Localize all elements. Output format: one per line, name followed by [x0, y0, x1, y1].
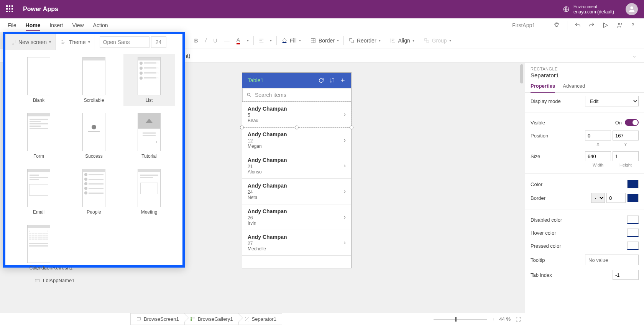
- data-source-title: Table1: [248, 77, 263, 83]
- pressed-color-picker[interactable]: [627, 242, 639, 250]
- disabled-color-label: Disabled color: [531, 217, 627, 223]
- breadcrumb-separator[interactable]: Separator1: [238, 313, 282, 325]
- formula-text[interactable]: nt): [184, 53, 190, 59]
- screen-template-success[interactable]: Success: [68, 110, 120, 162]
- zoom-out-icon[interactable]: −: [426, 316, 429, 322]
- breadcrumb-screen[interactable]: BrowseScreen1: [130, 313, 184, 325]
- zoom-in-icon[interactable]: +: [492, 316, 495, 322]
- chevron-right-icon[interactable]: ›: [344, 111, 346, 118]
- screen-template-meeting[interactable]: Meeting: [123, 166, 175, 218]
- tab-advanced[interactable]: Advanced: [563, 83, 585, 92]
- user-avatar[interactable]: [626, 3, 638, 15]
- chevron-right-icon[interactable]: ›: [344, 137, 346, 144]
- menu-home[interactable]: Home: [26, 22, 41, 31]
- app-checker-icon[interactable]: [553, 22, 560, 29]
- play-icon[interactable]: [602, 22, 609, 29]
- new-screen-header-button[interactable]: New screen▾: [5, 34, 56, 50]
- screen-template-calendar[interactable]: ‹›Calendar: [13, 222, 64, 274]
- chevron-right-icon[interactable]: ›: [344, 214, 346, 220]
- gallery-row[interactable]: Andy Champan 12 Megan ›: [242, 127, 351, 153]
- display-mode-select[interactable]: Edit: [585, 96, 639, 106]
- tree-item-lblappname[interactable]: LblAppName1: [34, 278, 74, 283]
- hover-color-label: Hover color: [531, 230, 627, 236]
- canvas-scrollbar[interactable]: [519, 63, 524, 313]
- menu-insert[interactable]: Insert: [49, 22, 63, 28]
- tab-index-input[interactable]: [613, 270, 639, 280]
- gallery-row[interactable]: Andy Champan 5 Beau ›: [242, 102, 351, 127]
- app-launcher-icon[interactable]: [6, 5, 14, 13]
- screen-template-scrollable[interactable]: Scrollable: [68, 54, 120, 106]
- undo-icon[interactable]: [574, 22, 581, 29]
- hover-color-picker[interactable]: [627, 229, 639, 237]
- text-align-icon[interactable]: [258, 38, 264, 44]
- menu-view[interactable]: View: [72, 22, 84, 28]
- zoom-slider[interactable]: [434, 319, 487, 320]
- italic-icon[interactable]: /: [205, 38, 207, 44]
- screen-template-blank[interactable]: Blank: [13, 54, 64, 106]
- reorder-button[interactable]: Reorder▾: [344, 32, 385, 49]
- gallery-row[interactable]: Andy Champan 27 Mechelle ›: [242, 230, 351, 256]
- pressed-color-label: Pressed color: [531, 243, 627, 249]
- add-icon[interactable]: [340, 77, 346, 83]
- bold-icon[interactable]: B: [194, 38, 198, 44]
- svg-rect-7: [350, 38, 352, 41]
- screen-template-tutorial[interactable]: ›Tutorial: [123, 110, 175, 162]
- tab-properties[interactable]: Properties: [531, 83, 555, 93]
- refresh-icon[interactable]: [318, 77, 324, 83]
- tooltip-input[interactable]: [585, 255, 639, 265]
- svg-rect-9: [424, 38, 426, 40]
- sort-icon[interactable]: [329, 77, 335, 83]
- chevron-right-icon[interactable]: ›: [344, 162, 346, 169]
- fit-screen-icon[interactable]: [515, 316, 521, 322]
- screen-template-people[interactable]: People: [68, 166, 120, 218]
- align-button[interactable]: Align▾: [385, 32, 419, 49]
- gallery-row[interactable]: Andy Champan 21 Alonso ›: [242, 153, 351, 179]
- formula-expand-icon[interactable]: ⌄: [632, 53, 636, 59]
- position-x-input[interactable]: [585, 131, 611, 140]
- size-header-input[interactable]: [151, 36, 166, 48]
- position-y-input[interactable]: [613, 131, 639, 140]
- svg-rect-16: [191, 318, 192, 319]
- menu-action[interactable]: Action: [93, 22, 108, 28]
- screen-template-list[interactable]: ››››List: [123, 54, 175, 106]
- font-header-input[interactable]: [100, 36, 150, 48]
- group-icon: [424, 38, 430, 44]
- strikethrough-icon[interactable]: —: [224, 38, 230, 44]
- size-height-input[interactable]: [613, 151, 639, 161]
- gallery-row[interactable]: Andy Champan 26 Irvin ›: [242, 204, 351, 230]
- row-number: 21: [248, 164, 344, 169]
- screen-icon: [10, 39, 16, 45]
- underline-icon[interactable]: U: [214, 38, 217, 44]
- gallery-row[interactable]: Andy Champan 24 Neta ›: [242, 179, 351, 204]
- border-width-input[interactable]: [606, 193, 626, 203]
- row-subtitle: Megan: [248, 144, 344, 149]
- chevron-right-icon[interactable]: ›: [344, 188, 346, 195]
- menu-file[interactable]: File: [8, 22, 16, 28]
- svg-rect-18: [192, 317, 195, 318]
- search-input[interactable]: Search items: [242, 88, 351, 102]
- theme-header-button[interactable]: Theme▾: [56, 34, 95, 50]
- help-icon[interactable]: [629, 22, 636, 29]
- share-icon[interactable]: [616, 22, 623, 29]
- row-name: Andy Champan: [248, 106, 344, 112]
- chevron-right-icon[interactable]: ›: [344, 239, 346, 246]
- group-button[interactable]: Group▾: [419, 32, 456, 49]
- font-color-icon[interactable]: A: [237, 37, 240, 44]
- disabled-color-picker[interactable]: [627, 216, 639, 224]
- border-button[interactable]: Border▾: [306, 32, 343, 49]
- fill-button[interactable]: Fill▾: [277, 32, 306, 49]
- color-picker[interactable]: [627, 180, 639, 188]
- new-screen-dropdown: New screen▾ Theme▾ BlankScrollable››››Li…: [3, 32, 185, 268]
- screen-template-email[interactable]: Email: [13, 166, 64, 218]
- phone-canvas[interactable]: Table1 Search items Andy Champan 5 Beau …: [242, 73, 351, 268]
- border-color-picker[interactable]: [627, 194, 639, 202]
- environment-picker[interactable]: Environment enayu.com (default): [563, 4, 614, 15]
- screen-template-form[interactable]: Form: [13, 110, 64, 162]
- size-width-input[interactable]: [585, 151, 611, 161]
- tooltip-label: Tooltip: [531, 257, 585, 263]
- visible-toggle[interactable]: [625, 119, 639, 126]
- redo-icon[interactable]: [588, 22, 595, 29]
- svg-rect-13: [11, 40, 15, 43]
- border-style-select[interactable]: —: [591, 193, 605, 203]
- breadcrumb-gallery[interactable]: BrowseGallery1: [184, 313, 238, 325]
